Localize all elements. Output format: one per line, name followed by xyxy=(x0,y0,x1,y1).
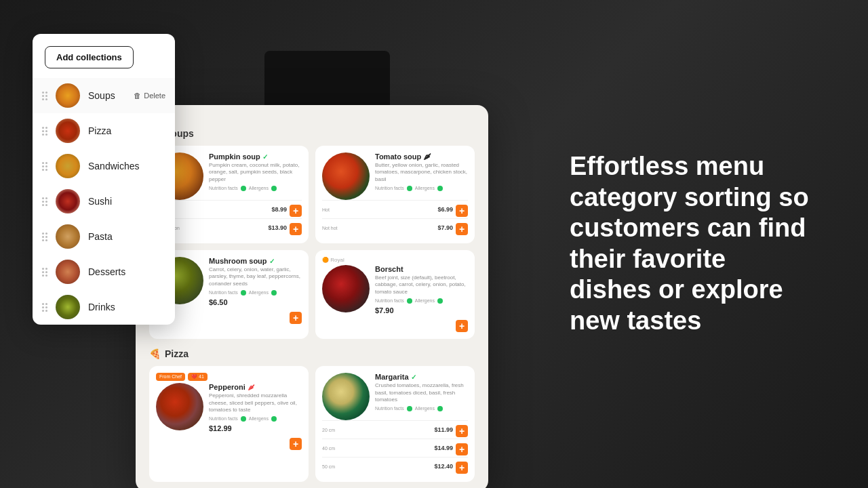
category-image-desserts xyxy=(56,260,80,284)
borscht-allergens-tag: Allergens xyxy=(415,298,435,304)
drag-handle-pasta[interactable] xyxy=(42,232,47,241)
tomato-price-nothot: Not hot $7.90 + xyxy=(322,218,468,237)
drag-handle-soups[interactable] xyxy=(42,92,47,100)
category-label-soups: Soups xyxy=(88,90,125,101)
pizza-emoji: 🍕 xyxy=(149,348,161,359)
tomato-soup-image xyxy=(322,152,370,200)
pumpkin-price-default: Default $8.99 + xyxy=(156,200,302,218)
pumpkin-soup-name: Pumpkin soup ✓ xyxy=(209,152,302,161)
margarita-name: Margarita ✓ xyxy=(375,373,468,381)
pizza-label: Pizza xyxy=(165,348,189,359)
category-label-pasta: Pasta xyxy=(88,231,165,242)
drag-handle-sushi[interactable] xyxy=(42,197,47,206)
mushroom-add-button[interactable]: + xyxy=(290,312,302,324)
pepperoni-allergens-dot xyxy=(271,416,277,422)
borscht-name: Borscht xyxy=(375,265,468,273)
pepperoni-card: From Chef ❤️ 41 Pepperoni 🌶 Pepperoni, s… xyxy=(149,366,309,482)
category-image-sushi xyxy=(56,189,80,214)
section-pizza: 🍕 Pizza xyxy=(149,348,475,359)
borscht-nutrition-dot xyxy=(407,298,412,304)
category-label-pizza: Pizza xyxy=(88,125,165,136)
category-image-drinks xyxy=(56,295,80,319)
mushroom-nutrition-tag: Nutrition facts xyxy=(209,290,238,296)
pepperoni-image xyxy=(156,383,203,430)
borscht-desc: Beef joint, size (default), beetroot, ca… xyxy=(375,274,468,296)
add-collections-button[interactable]: Add collections xyxy=(45,46,134,68)
borscht-add-button[interactable]: + xyxy=(456,320,468,332)
borscht-allergens-dot xyxy=(437,298,443,304)
tomato-add-nothot-button[interactable]: + xyxy=(456,223,468,235)
margarita-card: Margarita ✓ Crushed tomatoes, mozzarella… xyxy=(315,366,475,482)
pumpkin-price-bacon: With bacon $13.90 + xyxy=(156,218,302,237)
pizza-grid: From Chef ❤️ 41 Pepperoni 🌶 Pepperoni, s… xyxy=(149,366,475,488)
category-label-sandwiches: Sandwiches xyxy=(88,161,165,171)
category-label-desserts: Desserts xyxy=(88,266,165,277)
category-list: Soups 🗑 Delete Pizza Sandwiches xyxy=(33,78,175,325)
sidebar-item-drinks[interactable]: Drinks xyxy=(33,289,175,325)
sidebar-item-desserts[interactable]: Desserts xyxy=(33,254,175,289)
margarita-add-40-button[interactable]: + xyxy=(456,443,468,455)
margarita-price-50: 50 cm $12.40 + xyxy=(322,457,468,475)
drag-handle-drinks[interactable] xyxy=(42,303,47,312)
sidebar-item-soups[interactable]: Soups 🗑 Delete xyxy=(33,78,175,113)
mushroom-allergens-tag: Allergens xyxy=(249,290,269,296)
section-soups: 🥣 Soups xyxy=(149,128,475,139)
category-label-drinks: Drinks xyxy=(88,302,165,312)
pumpkin-allergens-dot xyxy=(271,186,277,191)
delete-button-soups[interactable]: 🗑 Delete xyxy=(134,92,165,100)
pepperoni-nutrition-dot xyxy=(241,416,246,422)
liked-badge: ❤️ 41 xyxy=(188,373,208,381)
borscht-image xyxy=(322,265,370,312)
margarita-price-40: 40 cm $14.99 + xyxy=(322,439,468,457)
pepperoni-add-button[interactable]: + xyxy=(290,438,302,450)
pepperoni-price: $12.99 xyxy=(209,424,302,432)
soups-grid: Pumpkin soup ✓ Pumpkin cream, coconut mi… xyxy=(149,146,475,339)
pumpkin-soup-desc: Pumpkin cream, coconut milk, potato, ora… xyxy=(209,162,302,183)
menu-panel: 🥣 Soups Pumpkin soup ✓ Pumpkin cream, co… xyxy=(136,105,488,488)
category-label-sushi: Sushi xyxy=(88,196,165,207)
tomato-soup-name: Tomato soup 🌶 xyxy=(375,152,468,161)
from-chef-badge: From Chef xyxy=(156,373,185,381)
margarita-allergens-dot xyxy=(437,406,443,411)
mushroom-nutrition-dot xyxy=(241,290,246,296)
margarita-nutrition-tag: Nutrition facts xyxy=(375,406,404,411)
tomato-price-hot: Hot $6.99 + xyxy=(322,200,468,218)
sidebar-item-pizza[interactable]: Pizza xyxy=(33,113,175,148)
category-image-pizza xyxy=(56,119,80,143)
tomato-add-hot-button[interactable]: + xyxy=(456,205,468,217)
pumpkin-add-bacon-button[interactable]: + xyxy=(290,223,302,235)
borscht-price: $7.90 xyxy=(375,306,468,314)
pumpkin-nutrition-tag: Nutrition facts xyxy=(209,186,238,191)
sidebar-item-sushi[interactable]: Sushi xyxy=(33,184,175,219)
pumpkin-allergens-tag: Allergens xyxy=(249,186,269,191)
borscht-nutrition-tag: Nutrition facts xyxy=(375,298,404,304)
right-text-block: Effortless menu category sorting so cust… xyxy=(570,151,814,337)
margarita-image xyxy=(322,373,370,420)
pumpkin-add-default-button[interactable]: + xyxy=(290,205,302,217)
category-image-pasta xyxy=(56,224,80,249)
tomato-allergens-tag: Allergens xyxy=(415,186,435,191)
margarita-add-50-button[interactable]: + xyxy=(456,462,468,474)
sidebar-item-pasta[interactable]: Pasta xyxy=(33,219,175,254)
pepperoni-nutrition-tag: Nutrition facts xyxy=(209,416,238,422)
pepperoni-desc: Pepperoni, shredded mozzarella cheese, s… xyxy=(209,392,302,413)
tomato-allergens-dot xyxy=(437,186,443,191)
drag-handle-desserts[interactable] xyxy=(42,268,47,277)
borscht-card: 🟠 Royal Borscht Beef joint, size (defaul… xyxy=(315,250,475,339)
mushroom-soup-name: Mushroom soup ✓ xyxy=(209,257,302,265)
left-panel: Add collections Soups 🗑 Delete Pizza xyxy=(33,34,175,325)
tomato-nutrition-tag: Nutrition facts xyxy=(375,186,404,191)
tomato-nutrition-dot xyxy=(407,186,412,191)
mushroom-price: $6.50 xyxy=(209,298,302,306)
margarita-allergens-tag: Allergens xyxy=(415,406,435,411)
pepperoni-allergens-tag: Allergens xyxy=(249,416,269,422)
drag-handle-sandwiches[interactable] xyxy=(42,162,47,171)
margarita-nutrition-dot xyxy=(407,406,412,411)
sidebar-item-sandwiches[interactable]: Sandwiches xyxy=(33,148,175,184)
margarita-add-20-button[interactable]: + xyxy=(456,425,468,437)
pumpkin-nutrition-dot xyxy=(241,186,246,191)
category-image-sandwiches xyxy=(56,154,80,178)
pepperoni-name: Pepperoni 🌶 xyxy=(209,383,302,391)
drag-handle-pizza[interactable] xyxy=(42,127,47,136)
mushroom-allergens-dot xyxy=(271,290,277,296)
